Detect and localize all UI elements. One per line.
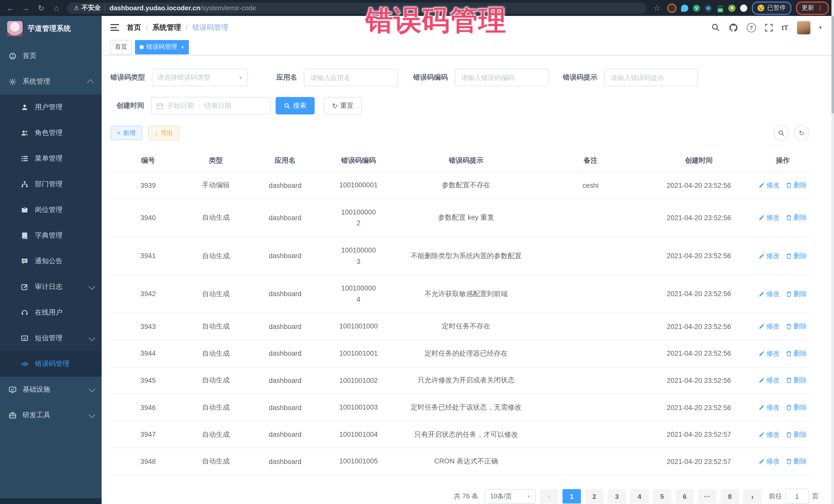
date-range-picker[interactable]: 开始日期 - 结束日期: [151, 97, 270, 115]
breadcrumb-section[interactable]: 系统管理: [152, 23, 181, 32]
delete-link[interactable]: 删除: [786, 430, 807, 439]
sidebar-item-departments[interactable]: 部门管理: [0, 171, 102, 197]
fullscreen-icon[interactable]: [765, 23, 773, 31]
address-bar[interactable]: ⚠ 不安全 dashboard.yudao.iocoder.cn/system/…: [67, 2, 647, 14]
page-button-6[interactable]: 6: [675, 489, 694, 503]
forward-icon[interactable]: →: [21, 4, 31, 12]
tag-error-code[interactable]: 错误码管理 ×: [135, 40, 189, 54]
page-size-select[interactable]: 10条/页 ▾: [484, 489, 536, 503]
page-button-1[interactable]: 1: [563, 489, 581, 503]
delete-link[interactable]: 删除: [786, 457, 807, 466]
breadcrumb-home[interactable]: 首页: [127, 23, 141, 32]
browser-menu-kebab-icon[interactable]: ⋮: [817, 4, 823, 12]
page-button-3[interactable]: 3: [608, 489, 626, 503]
extension-icon-diamond[interactable]: [705, 4, 712, 12]
sidebar-item-error-code[interactable]: </> 错误码管理: [0, 351, 102, 377]
security-chip[interactable]: ⚠ 不安全: [74, 4, 101, 12]
row-operations: 修改删除: [756, 275, 809, 313]
help-icon[interactable]: ?: [747, 23, 756, 32]
edit-link[interactable]: 修改: [759, 251, 780, 261]
error-type-select[interactable]: 请选择错误码类型 ▾: [152, 69, 248, 86]
sidebar-item-posts[interactable]: 岗位管理: [0, 197, 102, 223]
github-icon[interactable]: [729, 23, 738, 32]
sidebar-item-sms[interactable]: 短信管理: [0, 325, 102, 351]
screen: 错误码管理 ← → ↻ ⌂ ⚠ 不安全 dashboard.yudao.ioco…: [0, 0, 834, 504]
delete-link[interactable]: 删除: [786, 213, 807, 222]
delete-link[interactable]: 删除: [786, 403, 807, 412]
extension-icon-orange[interactable]: [667, 3, 676, 13]
profile-paused-pill[interactable]: 已暂停: [752, 1, 791, 15]
sidebar-item-menus[interactable]: 菜单管理: [0, 146, 102, 171]
sidebar-item-system[interactable]: 系统管理: [0, 69, 102, 94]
sidebar-item-dict[interactable]: 字典管理: [0, 223, 102, 248]
edit-link[interactable]: 修改: [759, 403, 780, 412]
delete-link[interactable]: 删除: [786, 181, 807, 190]
edit-link[interactable]: 修改: [759, 457, 780, 466]
row-operations: 修改删除: [756, 421, 809, 448]
row-app: dashboard: [246, 448, 324, 475]
row-remark: [540, 237, 641, 275]
more-pages-button[interactable]: ···: [698, 489, 717, 503]
edit-link[interactable]: 修改: [759, 430, 780, 439]
extensions-puzzle-icon[interactable]: [740, 4, 747, 12]
sidebar-item-home[interactable]: 首页: [0, 43, 102, 69]
avatar-caret-icon[interactable]: ▾: [819, 25, 822, 30]
delete-link[interactable]: 删除: [786, 376, 807, 385]
edit-link[interactable]: 修改: [759, 213, 780, 222]
page-button-2[interactable]: 2: [585, 489, 603, 503]
tag-home[interactable]: 首页: [110, 40, 132, 54]
tag-close-icon[interactable]: ×: [181, 43, 184, 50]
edit-link[interactable]: 修改: [759, 289, 780, 299]
scrollbar-thumb[interactable]: [831, 16, 834, 113]
bookmark-star-icon[interactable]: ☆: [652, 4, 662, 12]
font-size-icon[interactable]: tT: [782, 23, 788, 31]
sidebar-item-roles[interactable]: 角色管理: [0, 120, 102, 146]
delete-link[interactable]: 删除: [786, 251, 807, 261]
delete-link[interactable]: 删除: [786, 322, 807, 331]
back-icon[interactable]: ←: [5, 4, 15, 12]
sidebar-collapse-strip[interactable]: [0, 498, 102, 504]
extension-icon-green-v[interactable]: V: [693, 4, 700, 12]
reset-button[interactable]: ↻ 重置: [324, 97, 362, 115]
row-message: 只允许修改为开启或者关闭状态: [393, 367, 540, 394]
delete-link[interactable]: 删除: [786, 349, 807, 358]
page-button-4[interactable]: 4: [630, 489, 649, 503]
page-button-8[interactable]: 8: [721, 489, 739, 503]
page-button-5[interactable]: 5: [653, 489, 671, 503]
sidebar-item-audit-log[interactable]: 审计日志: [0, 274, 102, 300]
page-scrollbar[interactable]: [831, 0, 834, 504]
extension-icon-drop[interactable]: [681, 4, 688, 12]
delete-link[interactable]: 删除: [786, 289, 807, 299]
header-search-icon[interactable]: [711, 23, 720, 32]
app-name-input[interactable]: [309, 73, 392, 82]
browser-update-button[interactable]: 更新 ⋮: [796, 1, 829, 15]
error-hint-input[interactable]: [610, 73, 692, 82]
sidebar-item-users[interactable]: 用户管理: [0, 94, 102, 120]
sidebar-item-infrastructure[interactable]: 基础设施: [0, 377, 102, 402]
add-button[interactable]: + 新增: [110, 126, 142, 140]
extension-icon-green-dot[interactable]: [728, 4, 736, 12]
sidebar-item-online-users[interactable]: 在线用户: [0, 300, 102, 325]
user-avatar[interactable]: [797, 21, 810, 34]
sidebar-item-dev-tools[interactable]: 研发工具: [0, 402, 102, 428]
app-logo-row[interactable]: 芋道管理系统: [0, 16, 102, 42]
home-icon[interactable]: ⌂: [51, 4, 62, 12]
edit-link[interactable]: 修改: [759, 322, 780, 331]
table-row: 3945自动生成dashboard1001001002只允许修改为开启或者关闭状…: [110, 367, 809, 394]
prev-page-button[interactable]: ‹: [540, 489, 558, 503]
next-page-button[interactable]: ›: [743, 489, 762, 503]
navbar-actions: ? tT ▾: [711, 21, 822, 34]
export-button[interactable]: ↓ 导出: [148, 126, 180, 140]
search-button[interactable]: 搜索: [276, 97, 314, 115]
toggle-search-icon-button[interactable]: [773, 126, 789, 141]
edit-link[interactable]: 修改: [759, 376, 780, 385]
error-code-input[interactable]: [460, 73, 543, 82]
refresh-table-icon-button[interactable]: ↻: [794, 126, 809, 141]
edit-link[interactable]: 修改: [759, 349, 780, 358]
reload-icon[interactable]: ↻: [36, 4, 46, 12]
hamburger-icon[interactable]: [110, 24, 119, 31]
edit-link[interactable]: 修改: [759, 181, 780, 190]
goto-page-input[interactable]: [785, 489, 809, 504]
sidebar-item-notice[interactable]: 通知公告: [0, 248, 102, 274]
extension-icon-list[interactable]: on: [717, 4, 724, 12]
